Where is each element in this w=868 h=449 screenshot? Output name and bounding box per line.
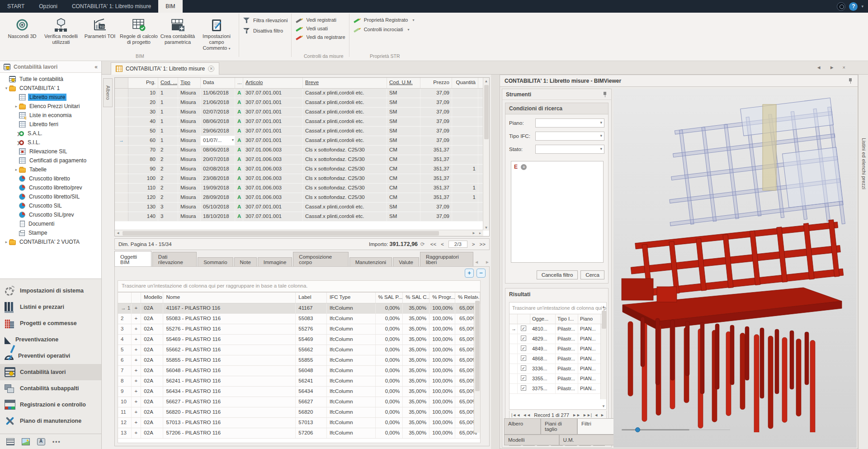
tree-item-s-a-l-[interactable]: S.A.L. — [0, 129, 101, 138]
expand-icon[interactable]: + — [132, 376, 142, 386]
user-avatar-icon[interactable] — [837, 2, 845, 11]
column-header-quantit-[interactable]: Quantità — [452, 78, 478, 88]
column-header-tipo-i-[interactable]: Tipo I... — [556, 314, 578, 324]
ribbon-button-filtra-rilevazioni[interactable]: Filtra rilevazioni — [243, 17, 288, 24]
tab-note[interactable]: Note — [234, 257, 257, 266]
column-header-breve[interactable]: Breve — [303, 78, 387, 88]
table-row[interactable]: 702Misura08/06/2018A307.01.006.003Cls x … — [115, 146, 489, 155]
table-row[interactable]: 501Misura29/06/2018A307.07.001.001Cassaf… — [115, 127, 489, 136]
table-row[interactable]: 9+02A56434 - PILASTRO 11656434IfcColumn0… — [118, 387, 480, 397]
column-header-piano[interactable]: Piano — [578, 314, 601, 324]
column-header-ifc-type[interactable]: IFC Type — [327, 293, 376, 303]
ribbon-button-vedi-registrati[interactable]: Vedi registrati — [295, 17, 345, 23]
scroll-down-icon[interactable]: ▼ — [601, 403, 606, 409]
ribbon-button-propriet-registrato[interactable]: Proprietà Registrato▾ — [353, 17, 415, 23]
dropdown-select[interactable] — [535, 132, 604, 141]
image-icon[interactable] — [22, 438, 30, 445]
collapse-all-button[interactable]: − — [476, 269, 486, 278]
table-row[interactable]: 201Misura21/06/2018A307.07.001.001Cassaf… — [115, 98, 489, 108]
tab-dati-rilevazione[interactable]: Dati rilevazione — [152, 252, 197, 266]
tab-manutenzioni[interactable]: Manutenzioni — [349, 257, 392, 266]
ribbon-button-controlli-incrociati[interactable]: Controlli incrociati▾ — [353, 27, 415, 32]
table-row[interactable]: 2+02A55083 - PILASTRO 11655083IfcColumn0… — [118, 314, 480, 324]
table-row[interactable]: 902Misura02/08/2018A307.01.006.003Cls x … — [115, 165, 489, 174]
expand-all-button[interactable]: + — [465, 269, 474, 278]
ribbon-button-vedi-usati[interactable]: Vedi usati — [295, 26, 345, 31]
tab-raggruppatori-liberi[interactable]: Raggruppatori liberi — [420, 252, 473, 266]
tab-oggetti-bim[interactable]: Oggetti BIM — [114, 251, 151, 266]
slider-handle[interactable] — [635, 427, 640, 432]
ribbon-button-impostazioni-campo-commento[interactable]: Impostazioni campo Commento▾ — [197, 14, 236, 52]
collapse-icon[interactable]: ▾ — [4, 86, 9, 90]
ribbon-tab-contabilita-1-libretto-misure[interactable]: CONTABILITA' 1: Libretto misure — [65, 0, 158, 13]
table-row[interactable]: ✓4829...Pilastr...PIAN... — [509, 334, 606, 344]
dropdown-icon[interactable]: ▾ — [232, 138, 234, 142]
table-row[interactable]: 5+02A55662 - PILASTRO 11655662IfcColumn0… — [118, 345, 480, 355]
ribbon-button-disattiva-filtro[interactable]: Disattiva filtro — [243, 28, 288, 34]
ribbon-button-crea-contabilit-parametrica[interactable]: Crea contabilità parametrica — [158, 14, 197, 45]
bim-3d-viewport[interactable] — [613, 89, 857, 448]
column-header--sal-p-[interactable]: % SAL P... — [376, 293, 403, 303]
table-row[interactable]: ✓4868...Pilastr...PIAN... — [509, 354, 606, 364]
table-row[interactable]: ✓4849...Pilastr...PIAN... — [509, 344, 606, 354]
tab-valute[interactable]: Valute — [393, 257, 419, 266]
tree-item-stampe[interactable]: Stampe — [0, 228, 101, 237]
scroll-thumb[interactable] — [475, 301, 480, 391]
expand-icon[interactable]: + — [132, 314, 142, 324]
viewer-zoom-slider[interactable] — [622, 429, 689, 430]
ribbon-tab-start[interactable]: START — [0, 0, 32, 13]
dropdown-select[interactable] — [535, 145, 604, 154]
sidebar-item-listini-e-prezzari[interactable]: Listini e prezzari — [0, 299, 101, 315]
tab-immagine[interactable]: Immagine — [258, 257, 292, 266]
sidebar-item-piano-di-manutenzione[interactable]: Piano di manutenzione — [0, 413, 101, 429]
table-row[interactable]: 1002Misura23/08/2018A307.01.006.003Cls x… — [115, 174, 489, 184]
tree-item-contabilita-2-vuota[interactable]: ▸CONTABILITA' 2 VUOTA — [0, 237, 101, 246]
table-row[interactable]: 11+02A56820 - PILASTRO 11656820IfcColumn… — [118, 407, 480, 418]
table-row[interactable]: ✓3375...Pilastr...PIAN... — [509, 384, 606, 394]
table-row[interactable]: 3+02A55276 - PILASTRO 11655276IfcColumn0… — [118, 324, 480, 335]
tree-item-cruscotto-sil[interactable]: Cruscotto SIL — [0, 201, 101, 210]
tab-albero[interactable]: Albero — [504, 418, 541, 435]
scroll-right-icon[interactable]: ► — [471, 231, 477, 235]
column-header-label[interactable]: Label — [296, 293, 327, 303]
measure-grid-hscrollbar[interactable]: ◄ ► ▸ — [115, 230, 483, 236]
tab-u-m-[interactable]: U.M. — [559, 435, 614, 445]
table-row[interactable]: 13+02A57206 - PILASTRO 11657206IfcColumn… — [118, 428, 480, 439]
column-header-ogge-[interactable]: Ogge... — [530, 314, 556, 324]
column-header-cod-u-m-[interactable]: Cod. U.M. — [387, 78, 420, 88]
expand-icon[interactable]: + — [132, 303, 142, 313]
document-tab[interactable]: CONTABILITA' 1: Libretto misure × — [111, 62, 219, 75]
close-icon[interactable]: × — [208, 66, 214, 72]
pin-icon[interactable] — [848, 78, 853, 84]
ribbon-button-regole-di-calcolo-di-progetto[interactable]: Regole di calcolo di progetto — [119, 14, 158, 45]
pin-icon[interactable] — [602, 91, 608, 98]
sidebar-item-progetti-e-commesse[interactable]: Progetti e commesse — [0, 315, 101, 331]
sidebar-item-preventivi-operativi[interactable]: Preventivi operativi — [0, 348, 101, 364]
scroll-up-icon[interactable]: ▲ — [601, 303, 606, 310]
record-right-icon[interactable]: ► — [600, 413, 604, 417]
table-row[interactable]: 1303Misura05/10/2018A307.07.001.001Cassa… — [115, 203, 489, 212]
checkbox[interactable]: ✓ — [521, 345, 526, 351]
tab-modelli[interactable]: Modelli — [504, 435, 559, 445]
checkbox[interactable]: ✓ — [521, 385, 526, 391]
sidebar-item-preventivazione[interactable]: Preventivazione — [0, 331, 101, 348]
expand-icon[interactable]: + — [132, 428, 142, 438]
tree-item-libretto-misure[interactable]: Libretto misure — [0, 93, 101, 102]
results-vscrollbar[interactable]: ▲ ▼ — [600, 324, 606, 399]
tab-prev-icon[interactable]: ◄ — [474, 260, 479, 265]
scroll-down-icon[interactable]: ▼ — [483, 224, 489, 231]
tab-scroll-left-icon[interactable]: ◄ — [816, 65, 821, 70]
expand-icon[interactable]: + — [132, 355, 142, 365]
ribbon-button-nascondi-3d[interactable]: Nascondi 3D — [3, 14, 42, 39]
table-row[interactable]: 8+02A56241 - PILASTRO 11656241IfcColumn0… — [118, 376, 480, 387]
tab-piani-di-taglio[interactable]: Piani di taglio — [541, 418, 577, 435]
scroll-thumb[interactable] — [484, 85, 489, 139]
tab-albero-vertical[interactable]: Albero — [103, 78, 113, 107]
tab-filtri[interactable]: Filtri — [577, 418, 614, 435]
automation-icon[interactable] — [37, 438, 45, 445]
column-header--progr-[interactable]: % Progr... — [429, 293, 455, 303]
expand-icon[interactable]: + — [132, 407, 142, 417]
expand-icon[interactable]: + — [132, 387, 142, 397]
scroll-left-icon[interactable]: ◄ — [115, 231, 121, 235]
more-icon[interactable]: ••• — [52, 439, 61, 445]
